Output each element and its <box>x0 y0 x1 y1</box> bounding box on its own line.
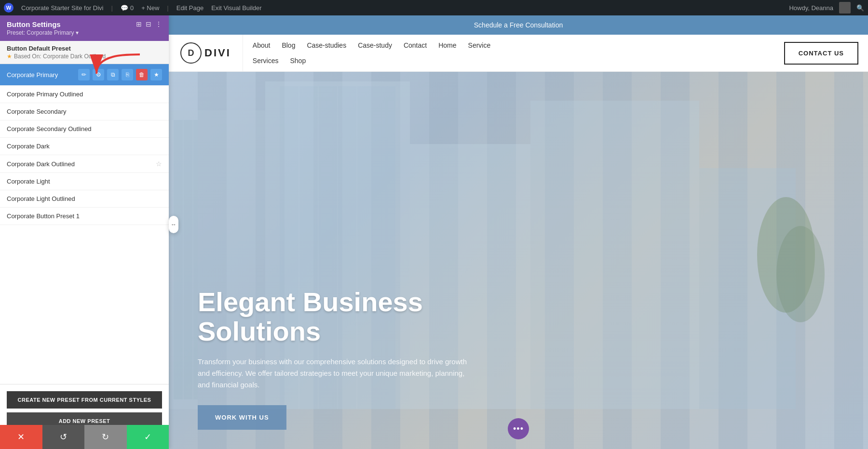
panel-title: Button Settings <box>7 20 79 28</box>
nav-link-case-studies[interactable]: Case-studies <box>307 41 346 49</box>
panel-header-left: Button Settings Preset: Corporate Primar… <box>7 20 79 36</box>
preset-actions: ✏ ⚙ ⧉ ⎘ 🗑 ★ <box>78 69 162 80</box>
preset-edit-icon[interactable]: ✏ <box>78 69 90 80</box>
user-greeting: Howdy, Deanna <box>789 4 833 12</box>
cancel-icon: ✕ <box>17 432 25 442</box>
default-preset-title: Button Default Preset <box>7 45 162 52</box>
website-preview: Schedule a Free Consultation D DIVI Abou… <box>169 15 868 449</box>
nav-top-row: About Blog Case-studies Case-study Conta… <box>253 38 774 53</box>
panel-header-icons: ⊞ ⊟ ⋮ <box>136 20 162 28</box>
preset-duplicate-icon[interactable]: ⎘ <box>122 69 133 80</box>
preset-item-corporate-light-outlined[interactable]: Corporate Light Outlined <box>0 190 169 208</box>
redo-button[interactable]: ↻ <box>84 425 127 449</box>
dropdown-arrow-icon: ▾ <box>76 29 79 36</box>
save-icon: ✓ <box>144 432 151 442</box>
nav-link-service[interactable]: Service <box>468 41 491 49</box>
left-panel: Button Settings Preset: Corporate Primar… <box>0 15 169 449</box>
preset-star-outline-icon[interactable]: ☆ <box>156 160 162 168</box>
preset-label-text: Corporate Primary Outlined <box>7 91 83 98</box>
new-link[interactable]: + New <box>141 4 159 12</box>
nav-link-home[interactable]: Home <box>438 41 456 49</box>
based-on: ★ Based On: Corporate Dark Outlined <box>7 53 162 60</box>
panel-grid-icon[interactable]: ⊞ <box>136 20 142 28</box>
preset-item-corporate-light[interactable]: Corporate Light <box>0 173 169 190</box>
bottom-toolbar: ✕ ↺ ↻ ✓ <box>0 425 169 449</box>
resize-handle[interactable]: ↔ <box>169 216 178 233</box>
hero-title: Elegant Business Solutions <box>198 287 477 346</box>
announcement-text: Schedule a Free Consultation <box>474 21 563 29</box>
preset-star-icon[interactable]: ★ <box>150 69 162 80</box>
preset-label-corporate-primary: Corporate Primary <box>7 71 58 79</box>
preset-label[interactable]: Preset: Corporate Primary ▾ <box>7 29 79 36</box>
panel-more-icon[interactable]: ⋮ <box>155 20 162 28</box>
preset-item-corporate-secondary[interactable]: Corporate Secondary <box>0 103 169 120</box>
floating-dots-button[interactable]: ••• <box>508 418 529 439</box>
contact-us-button[interactable]: CONTACT US <box>784 42 858 65</box>
hero-content: Elegant Business Solutions Transform you… <box>169 268 506 449</box>
site-name[interactable]: Corporate Starter Site for Divi <box>21 4 104 12</box>
comment-bubble[interactable]: 💬 0 <box>121 4 134 12</box>
preset-item-corporate-button-preset-1[interactable]: Corporate Button Preset 1 <box>0 208 169 225</box>
search-icon[interactable]: 🔍 <box>856 4 864 12</box>
nav-bottom-row: Services Shop <box>253 53 774 68</box>
undo-button[interactable]: ↺ <box>42 425 85 449</box>
nav-link-case-study[interactable]: Case-study <box>358 41 392 49</box>
preset-item-corporate-primary-outlined[interactable]: Corporate Primary Outlined <box>0 86 169 103</box>
preset-label-text: Corporate Dark Outlined <box>7 160 75 168</box>
save-button[interactable]: ✓ <box>127 425 169 449</box>
preset-item-corporate-dark-outlined[interactable]: Corporate Dark Outlined ☆ <box>0 155 169 173</box>
preset-label-text: Corporate Button Preset 1 <box>7 212 80 220</box>
nav-link-services[interactable]: Services <box>253 57 279 65</box>
cancel-button[interactable]: ✕ <box>0 425 42 449</box>
hero-section: Elegant Business Solutions Transform you… <box>169 72 868 449</box>
preset-delete-icon[interactable]: 🗑 <box>136 69 148 80</box>
hero-subtitle: Transform your business with our compreh… <box>198 356 477 391</box>
exit-builder-link[interactable]: Exit Visual Builder <box>211 4 262 12</box>
nav-link-shop[interactable]: Shop <box>290 57 306 65</box>
avatar-placeholder <box>839 2 851 13</box>
preset-gear-icon[interactable]: ⚙ <box>93 69 104 80</box>
preset-item-corporate-dark[interactable]: Corporate Dark <box>0 138 169 155</box>
preset-label-text: Corporate Secondary Outlined <box>7 125 92 132</box>
nav-link-contact[interactable]: Contact <box>404 41 427 49</box>
star-icon: ★ <box>7 53 12 60</box>
default-preset-section: Button Default Preset ★ Based On: Corpor… <box>0 41 169 64</box>
main-area: Button Settings Preset: Corporate Primar… <box>0 15 868 449</box>
logo-icon: D <box>180 42 202 64</box>
preset-label-text: Corporate Dark <box>7 143 50 150</box>
svg-rect-12 <box>530 101 699 409</box>
preset-copy-icon[interactable]: ⧉ <box>107 69 119 80</box>
svg-point-15 <box>776 226 825 322</box>
admin-bar: W Corporate Starter Site for Divi | 💬 0 … <box>0 0 868 15</box>
preset-item-corporate-secondary-outlined[interactable]: Corporate Secondary Outlined <box>0 120 169 138</box>
preset-item-corporate-primary[interactable]: Corporate Primary ✏ ⚙ ⧉ ⎘ 🗑 ★ <box>0 64 169 86</box>
preset-list: Corporate Primary ✏ ⚙ ⧉ ⎘ 🗑 ★ Corporate … <box>0 64 169 384</box>
admin-bar-right: Howdy, Deanna 🔍 <box>789 2 864 13</box>
preset-right-icons: ☆ <box>156 160 162 168</box>
site-nav: D DIVI About Blog Case-studies Case-stud… <box>169 35 868 72</box>
undo-icon: ↺ <box>60 432 67 442</box>
nav-logo-area: D DIVI <box>169 35 243 71</box>
announcement-bar: Schedule a Free Consultation <box>169 15 868 35</box>
preset-label-text: Corporate Light Outlined <box>7 195 75 202</box>
panel-columns-icon[interactable]: ⊟ <box>146 20 151 28</box>
create-preset-button[interactable]: CREATE NEW PRESET FROM CURRENT STYLES <box>7 391 162 409</box>
preset-label-text: Corporate Light <box>7 178 50 185</box>
nav-link-blog[interactable]: Blog <box>282 41 295 49</box>
nav-links-area: About Blog Case-studies Case-study Conta… <box>243 35 784 71</box>
logo-text: DIVI <box>204 47 231 59</box>
nav-link-about[interactable]: About <box>253 41 271 49</box>
preset-label-text: Corporate Secondary <box>7 108 67 115</box>
panel-header: Button Settings Preset: Corporate Primar… <box>0 15 169 41</box>
hero-cta-button[interactable]: WORK WITH US <box>198 405 286 430</box>
redo-icon: ↻ <box>102 432 109 442</box>
wordpress-icon[interactable]: W <box>4 3 14 13</box>
edit-page-link[interactable]: Edit Page <box>176 4 203 12</box>
